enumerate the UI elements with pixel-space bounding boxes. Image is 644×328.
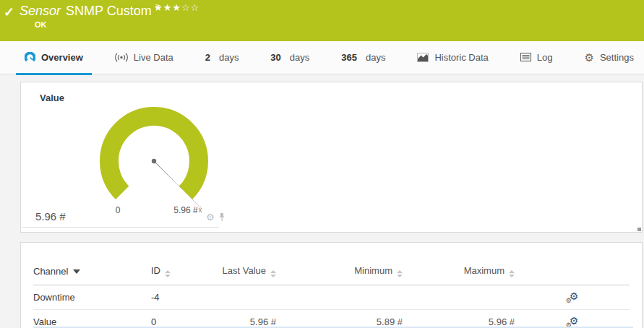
- column-header-actions: [515, 261, 630, 285]
- cell-channel: Value: [33, 310, 151, 328]
- value-gauge: x̄ 0 5.96 #: [28, 97, 238, 218]
- tab-log[interactable]: Log: [512, 41, 562, 75]
- tab-label: Log: [537, 52, 553, 63]
- channel-settings-gears-icon[interactable]: ⚙⚙: [566, 293, 579, 303]
- column-header-maximum[interactable]: Maximum: [403, 261, 515, 285]
- cell-channel: Downtime: [33, 285, 151, 310]
- gauge-panel: Value x̄ 0 5.96 # 5.96 # ⚙: [20, 82, 643, 233]
- channel-table-panel: Channel ID Last Value Minimum Maximum: [20, 242, 643, 328]
- tab-30-days[interactable]: 30 days: [262, 41, 318, 75]
- tab-number: 2: [205, 52, 210, 63]
- cell-minimum: [276, 285, 403, 310]
- cell-last-value: [215, 285, 276, 310]
- tab-bar: Overview Live Data 2 days 30 days 365 da…: [0, 41, 644, 74]
- column-header-last-value[interactable]: Last Value: [215, 261, 276, 285]
- sensor-header: ✓ SensorSNMP Custom⚐ ★★★☆☆ OK: [0, 0, 644, 41]
- tab-label: Historic Data: [434, 52, 488, 63]
- tab-label: days: [219, 52, 239, 63]
- sort-icon: [270, 270, 276, 277]
- table-header-row: Channel ID Last Value Minimum Maximum: [33, 261, 630, 285]
- tab-label: Live Data: [134, 52, 173, 63]
- tab-number: 30: [270, 52, 280, 63]
- gauge-current-value: 5.96 #: [35, 210, 66, 223]
- sort-icon: [165, 270, 171, 277]
- sort-desc-icon: [73, 269, 80, 274]
- tab-settings[interactable]: ⚙ Settings: [575, 41, 642, 75]
- sort-icon: [509, 270, 515, 277]
- tab-2-days[interactable]: 2 days: [197, 41, 248, 75]
- priority-stars[interactable]: ★★★☆☆: [154, 2, 199, 13]
- tab-label: Settings: [600, 52, 634, 63]
- tab-365-days[interactable]: 365 days: [332, 41, 394, 75]
- table-row-downtime[interactable]: Downtime -4 ⚙⚙: [33, 285, 630, 310]
- gauge-min-label: 0: [116, 205, 121, 215]
- panel-resize-handle[interactable]: [637, 228, 641, 231]
- widget-gear-icon[interactable]: ⚙: [206, 212, 215, 222]
- cell-id: -4: [151, 285, 215, 310]
- cell-last-value: 5.96 #: [215, 310, 276, 328]
- tab-label: days: [290, 52, 309, 63]
- gauge-arc: [109, 116, 199, 193]
- column-header-minimum[interactable]: Minimum: [276, 261, 403, 285]
- sort-icon: [397, 270, 403, 277]
- pin-icon[interactable]: [218, 212, 226, 222]
- page-title: SensorSNMP Custom⚐: [20, 3, 162, 19]
- gauge-icon: [25, 52, 35, 63]
- gauge-max-label: 5.96 #: [173, 205, 198, 215]
- cell-minimum: 5.89 #: [276, 310, 403, 328]
- column-header-channel[interactable]: Channel: [33, 261, 151, 285]
- channel-table: Channel ID Last Value Minimum Maximum: [33, 261, 630, 328]
- sensor-type-label: Sensor: [20, 4, 61, 18]
- tab-label: days: [366, 52, 385, 63]
- gear-icon: ⚙: [584, 52, 593, 63]
- cell-maximum: 5.96 #: [403, 310, 515, 328]
- log-icon: [520, 53, 531, 61]
- tab-number: 365: [341, 52, 357, 63]
- gauge-average-marker: x̄: [199, 206, 202, 214]
- gauge-widget-tools: ⚙: [206, 212, 226, 222]
- column-header-id[interactable]: ID: [151, 261, 215, 285]
- gauge-divider: [22, 227, 219, 228]
- cell-id: 0: [151, 310, 215, 328]
- sensor-name: SNMP Custom: [66, 4, 152, 18]
- area-chart-icon: [417, 53, 429, 62]
- status-check-icon: ✓: [4, 4, 14, 20]
- live-data-icon: [115, 53, 128, 62]
- cell-maximum: [403, 285, 515, 310]
- content-area: Value x̄ 0 5.96 # 5.96 # ⚙: [0, 74, 644, 328]
- tab-historic-data[interactable]: Historic Data: [408, 41, 497, 75]
- tab-live-data[interactable]: Live Data: [106, 41, 182, 75]
- table-row-value[interactable]: Value 0 5.96 # 5.89 # 5.96 # ⚙⚙: [33, 310, 630, 328]
- tab-overview[interactable]: Overview: [16, 41, 92, 75]
- status-badge: OK: [35, 20, 47, 29]
- tab-label: Overview: [41, 52, 83, 63]
- gauge-needle: [152, 159, 190, 197]
